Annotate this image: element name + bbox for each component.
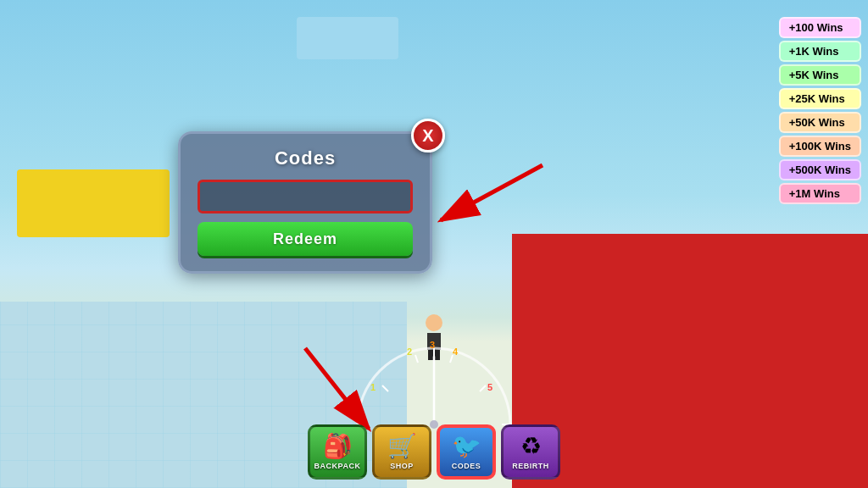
svg-line-19 xyxy=(305,348,369,429)
shop-button[interactable]: 🛒 SHOP xyxy=(372,424,431,480)
svg-line-12 xyxy=(480,385,486,391)
redeem-button[interactable]: Redeem xyxy=(198,222,413,256)
rebirth-label: REBIRTH xyxy=(512,462,549,470)
sky-platform xyxy=(297,17,398,59)
codes-button[interactable]: 🐦 CODES xyxy=(437,424,496,480)
backpack-button[interactable]: 🎒 BACKPACK xyxy=(308,424,367,480)
modal-title: Codes xyxy=(198,147,413,169)
red-platform xyxy=(512,234,868,488)
svg-text:2: 2 xyxy=(407,347,412,357)
win-badge: +50K Wins xyxy=(779,112,861,133)
svg-line-6 xyxy=(415,355,418,363)
win-badge: +1M Wins xyxy=(779,183,861,204)
svg-text:5: 5 xyxy=(487,382,492,392)
yellow-platform xyxy=(17,169,170,237)
wins-panel: +100 Wins+1K Wins+5K Wins+25K Wins+50K W… xyxy=(779,17,861,204)
win-badge: +5K Wins xyxy=(779,64,861,86)
backpack-icon: 🎒 xyxy=(323,435,353,458)
codes-label: CODES xyxy=(452,462,481,470)
win-badge: +100 Wins xyxy=(779,17,861,38)
codes-modal: X Codes Redeem xyxy=(178,131,432,274)
close-button[interactable]: X xyxy=(411,119,445,152)
code-input[interactable] xyxy=(198,180,413,214)
backpack-label: BACKPACK xyxy=(314,462,361,470)
shop-icon: 🛒 xyxy=(387,435,417,458)
win-badge: +100K Wins xyxy=(779,136,861,157)
rebirth-icon: ♻ xyxy=(520,435,542,458)
win-badge: +500K Wins xyxy=(779,159,861,180)
twitter-icon: 🐦 xyxy=(452,435,481,458)
win-badge: +1K Wins xyxy=(779,41,861,62)
svg-text:4: 4 xyxy=(453,347,459,357)
rebirth-button[interactable]: ♻ REBIRTH xyxy=(501,424,560,480)
shop-label: SHOP xyxy=(390,462,414,470)
win-badge: +25K Wins xyxy=(779,88,861,109)
toolbar: 🎒 BACKPACK 🛒 SHOP 🐦 CODES ♻ REBIRTH xyxy=(308,424,560,480)
char-head xyxy=(426,314,442,331)
svg-text:3: 3 xyxy=(430,340,435,350)
